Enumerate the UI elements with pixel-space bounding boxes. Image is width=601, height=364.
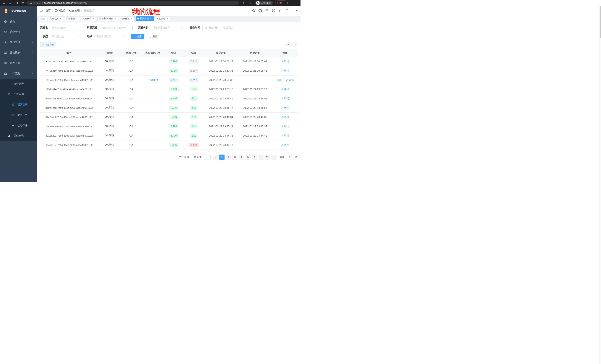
- column-header: 流程分类: [121, 49, 141, 57]
- sidebar-item-devtools[interactable]: 研发工具: [0, 58, 37, 68]
- github-icon[interactable]: [259, 9, 262, 13]
- help-icon[interactable]: [265, 9, 269, 13]
- address-bar[interactable]: 不安全 dashboard.yudao.iocoder.cn/bpm/task/…: [27, 1, 239, 5]
- chevron-down-icon: [31, 52, 34, 54]
- sidebar-item-my-process[interactable]: 我的流程: [0, 99, 37, 110]
- sidebar-item-todo-tasks[interactable]: 待办任务: [0, 110, 37, 120]
- sidebar-item-workflow[interactable]: 工作流程: [0, 68, 37, 79]
- reset-button[interactable]: 重置: [147, 34, 160, 39]
- bookmark-star-icon[interactable]: ☆: [249, 1, 253, 5]
- tab-发起流程[interactable]: 发起流程×: [155, 16, 170, 21]
- forward-icon[interactable]: →: [8, 1, 13, 5]
- tab-流程表单-编辑[interactable]: 流程表单-编辑×: [97, 16, 118, 21]
- cell-submit-time: 2022-01-22 23:49:46: [204, 94, 238, 103]
- cancel-link[interactable]: 取消: [276, 78, 284, 82]
- gear-icon: ⚙: [4, 30, 7, 34]
- page-button-5[interactable]: 5: [245, 154, 250, 160]
- tab-用户分组[interactable]: 用户分组×: [119, 16, 135, 21]
- sidebar-item-task-mgmt[interactable]: 任务管理: [0, 89, 37, 99]
- search-icon[interactable]: [252, 9, 255, 12]
- tab-我的流程[interactable]: 我的流程×: [136, 16, 154, 21]
- home-icon[interactable]: [21, 1, 25, 5]
- fullscreen-icon[interactable]: [272, 9, 275, 13]
- page-button-6[interactable]: 6: [252, 154, 257, 160]
- submit-time-range-picker[interactable]: 开始日期 - 结束日期: [202, 25, 246, 30]
- category-select[interactable]: 请选择流程分类: [151, 25, 184, 30]
- result-select[interactable]: 请选择流结果: [94, 34, 126, 39]
- sidebar-item-process-mgmt[interactable]: 流程管理: [0, 79, 37, 89]
- create-process-button[interactable]: 发起流程: [40, 42, 56, 47]
- tab-流程定义[interactable]: 流程定义×: [48, 16, 63, 21]
- tab-close-icon[interactable]: ×: [166, 18, 169, 20]
- sidebar-toggle-icon[interactable]: [39, 9, 43, 13]
- warning-icon[interactable]: [30, 2, 32, 4]
- key-icon[interactable]: [242, 1, 246, 5]
- detail-link[interactable]: 详情: [281, 97, 289, 100]
- tab-label: 流程定义: [50, 17, 58, 20]
- update-button[interactable]: 更新 ⋮: [275, 0, 288, 5]
- detail-link[interactable]: 详情: [281, 125, 289, 128]
- page-size-select[interactable]: 10条/页: [192, 154, 210, 160]
- sidebar-item-infra[interactable]: 基础设施: [0, 48, 37, 58]
- page-button-3[interactable]: 3: [232, 154, 238, 160]
- reload-icon[interactable]: [14, 1, 19, 5]
- next-page-button[interactable]: ›: [271, 154, 277, 160]
- detail-link[interactable]: 详情: [281, 134, 289, 137]
- column-header: 当前审批任务: [141, 49, 165, 57]
- cell-process-name: OA 请假: [98, 94, 121, 103]
- page-button-1[interactable]: 1: [219, 154, 225, 160]
- tab-close-icon[interactable]: ×: [76, 18, 78, 20]
- avatar[interactable]: [285, 7, 292, 14]
- tab-close-icon[interactable]: ×: [59, 18, 62, 20]
- refresh-table-button[interactable]: [292, 42, 298, 47]
- security-label[interactable]: 不安全: [34, 1, 41, 5]
- url-text[interactable]: dashboard.yudao.iocoder.cn/bpm/task/my: [44, 2, 87, 4]
- detail-link[interactable]: 详情: [281, 60, 289, 63]
- detail-link[interactable]: 详情: [281, 87, 289, 91]
- page-button-4[interactable]: 4: [239, 154, 244, 160]
- font-size-icon[interactable]: TT: [279, 9, 282, 12]
- breadcrumb-workflow[interactable]: 工作流程: [55, 9, 65, 12]
- detail-link[interactable]: 详情: [281, 115, 289, 119]
- detail-link[interactable]: 详情: [281, 69, 289, 72]
- detail-link[interactable]: 详情: [281, 143, 289, 147]
- sidebar-item-leave-query[interactable]: 请假查询: [0, 131, 37, 141]
- tab-close-icon[interactable]: ×: [150, 18, 152, 20]
- show-search-button[interactable]: [285, 42, 291, 47]
- column-header: 操作: [272, 49, 298, 57]
- tab-流程表单[interactable]: 流程表单×: [81, 16, 96, 21]
- process-definition-input[interactable]: [100, 25, 133, 30]
- page-more-button[interactable]: ···: [258, 154, 263, 160]
- breadcrumb-home[interactable]: 首页: [46, 9, 51, 12]
- tab-首页[interactable]: 首页: [39, 16, 47, 21]
- column-header: 结束时间: [238, 49, 272, 57]
- sidebar-item-system[interactable]: ⚙ 系统管理: [0, 27, 37, 37]
- prev-page-button[interactable]: ‹: [213, 154, 218, 160]
- search-icon: [287, 43, 289, 46]
- status-select[interactable]: 请选择状态: [50, 34, 81, 39]
- goto-page-input[interactable]: [286, 154, 294, 160]
- reset-button-label: 重置: [152, 35, 157, 38]
- table-row: 819442e8-7b9a-11ec-a290-acde48001122OA 请…: [40, 103, 298, 112]
- avatar-caret-icon[interactable]: [296, 10, 298, 11]
- sidebar-item-pay[interactable]: ¥ 支付管理: [0, 37, 37, 48]
- page-button-11[interactable]: 11: [265, 154, 270, 160]
- back-icon[interactable]: ←: [2, 1, 6, 5]
- cell-process-name: OA 请假: [98, 75, 121, 85]
- sidebar-item-done-tasks[interactable]: 已办任务: [0, 120, 37, 131]
- tab-close-icon[interactable]: ×: [114, 18, 116, 20]
- page-button-2[interactable]: 2: [226, 154, 231, 160]
- logo-row[interactable]: 芋道管理系统: [0, 6, 37, 16]
- task-link[interactable]: 一级审批: [148, 78, 158, 82]
- tab-close-icon[interactable]: ×: [130, 18, 133, 20]
- search-button[interactable]: 搜索: [131, 34, 144, 39]
- process-name-input[interactable]: [50, 25, 81, 30]
- cell-category: OA: [121, 66, 141, 75]
- sidebar-item-home[interactable]: 首页: [0, 16, 37, 27]
- detail-link[interactable]: 详情: [281, 106, 289, 109]
- breadcrumb-task-mgmt[interactable]: 任务管理: [69, 9, 80, 12]
- browser-menu-icon[interactable]: ⋮: [283, 1, 286, 4]
- tab-close-icon[interactable]: ×: [92, 18, 95, 20]
- tab-流程模型[interactable]: 流程模型×: [64, 16, 80, 21]
- detail-link[interactable]: 详情: [286, 78, 294, 82]
